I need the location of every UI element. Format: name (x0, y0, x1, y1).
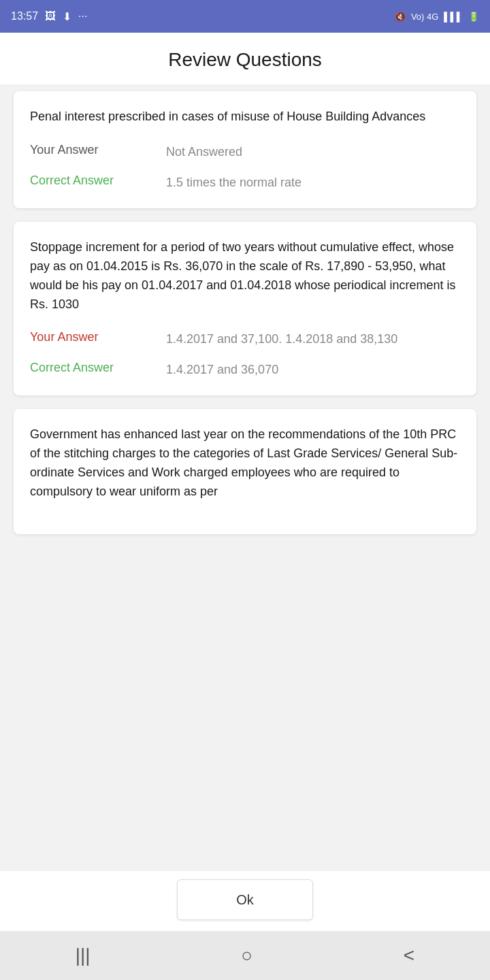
your-answer-row-2: Your Answer 1.4.2017 and 37,100. 1.4.201… (30, 330, 460, 348)
question-card-3: Government has enhanced last year on the… (14, 409, 476, 534)
correct-answer-value-2: 1.4.2017 and 36,070 (166, 361, 278, 379)
photo-icon: 🖼 (45, 10, 56, 22)
status-bar: 13:57 🖼 ⬇ ··· 🔇 Vo) 4G ▌▌▌ 🔋 (0, 0, 490, 33)
more-icon: ··· (78, 10, 87, 22)
correct-answer-value-1: 1.5 times the normal rate (166, 174, 301, 192)
question-text-1: Penal interest prescribed in cases of mi… (30, 108, 460, 127)
page-title-bar: Review Questions (0, 33, 490, 84)
nav-recent-apps-icon[interactable]: ||| (76, 945, 91, 966)
network-label: Vo) 4G (411, 12, 438, 22)
your-answer-value-2: 1.4.2017 and 37,100. 1.4.2018 and 38,130 (166, 330, 397, 348)
nav-home-icon[interactable]: ○ (241, 945, 252, 966)
status-bar-right: 🔇 Vo) 4G ▌▌▌ 🔋 (395, 12, 479, 22)
time-display: 13:57 (11, 10, 38, 22)
correct-answer-label-1: Correct Answer (30, 174, 166, 188)
your-answer-value-1: Not Answered (166, 143, 242, 161)
main-content: Penal interest prescribed in cases of mi… (0, 84, 490, 871)
nav-bar: ||| ○ < (0, 931, 490, 980)
your-answer-row-1: Your Answer Not Answered (30, 143, 460, 161)
mute-icon: 🔇 (395, 12, 406, 22)
your-answer-label-2: Your Answer (30, 330, 166, 344)
ok-button[interactable]: Ok (177, 879, 313, 920)
correct-answer-label-2: Correct Answer (30, 361, 166, 375)
page-title: Review Questions (11, 49, 479, 71)
correct-answer-row-1: Correct Answer 1.5 times the normal rate (30, 174, 460, 192)
download-icon: ⬇ (63, 10, 71, 23)
question-text-2: Stoppage increment for a period of two y… (30, 238, 460, 314)
your-answer-label-1: Your Answer (30, 143, 166, 157)
question-card-1: Penal interest prescribed in cases of mi… (14, 91, 476, 208)
battery-icon: 🔋 (468, 12, 479, 22)
nav-back-icon[interactable]: < (404, 945, 414, 966)
status-bar-left: 13:57 🖼 ⬇ ··· (11, 10, 87, 23)
signal-icon: ▌▌▌ (444, 12, 463, 22)
question-text-3: Government has enhanced last year on the… (30, 425, 460, 502)
ok-button-area: Ok (0, 871, 490, 931)
correct-answer-row-2: Correct Answer 1.4.2017 and 36,070 (30, 361, 460, 379)
question-card-2: Stoppage increment for a period of two y… (14, 222, 476, 396)
